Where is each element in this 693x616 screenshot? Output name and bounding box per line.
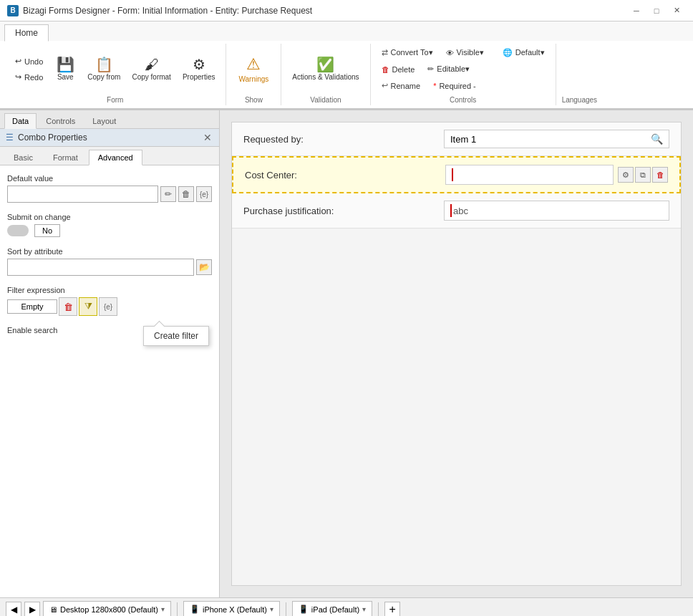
required-button[interactable]: * Required -	[428, 78, 481, 93]
sort-by-browse-btn[interactable]: 📂	[196, 259, 212, 275]
redo-icon: ↪	[15, 72, 21, 82]
ribbon-group-controls: ⇄ Convert To▾ 👁 Visible▾ 🌐 Default▾ 🗑	[371, 44, 556, 105]
cost-center-delete-btn[interactable]: 🗑	[652, 167, 668, 183]
controls-group-label: Controls	[450, 93, 476, 104]
sort-by-attribute-label: Sort by attribute	[7, 247, 212, 256]
filter-empty-button[interactable]: Empty	[7, 299, 57, 314]
rename-button[interactable]: ↩ Rename	[377, 78, 426, 93]
default-value-input[interactable]	[7, 186, 158, 203]
properties-button[interactable]: ⚙ Properties	[178, 54, 220, 84]
warnings-button[interactable]: ⚠ Warnings	[232, 52, 275, 86]
close-button[interactable]: ✕	[667, 3, 686, 19]
redo-button[interactable]: ↪ Redo	[10, 69, 48, 85]
cost-center-row[interactable]: Cost Center: ⚙ ⧉ 🗑	[232, 156, 681, 193]
sort-by-row: 📂	[7, 259, 212, 276]
requested-by-input[interactable]: 🔍	[444, 130, 669, 148]
desktop-chevron-icon: ▾	[161, 605, 165, 613]
panel-tab-data[interactable]: Data	[4, 113, 37, 129]
cursor-indicator	[452, 168, 453, 181]
props-tab-basic[interactable]: Basic	[4, 150, 42, 165]
cost-center-settings-btn[interactable]: ⚙	[618, 167, 634, 183]
sort-by-attribute-group: Sort by attribute 📂	[7, 247, 212, 276]
default-icon: 🌐	[503, 48, 513, 57]
ribbon-tabs: Home	[0, 24, 693, 41]
panel-tab-controls[interactable]: Controls	[38, 113, 83, 128]
submit-change-toggle[interactable]	[7, 225, 29, 236]
props-tabs: Basic Format Advanced	[0, 147, 219, 165]
save-button[interactable]: 💾 Save	[49, 54, 81, 84]
visible-button[interactable]: 👁 Visible▾	[441, 45, 489, 60]
ribbon-group-languages: Languages	[556, 44, 604, 105]
filter-delete-btn[interactable]: 🗑	[59, 297, 77, 316]
form-group-label: Form	[107, 93, 123, 104]
save-icon: 💾	[57, 57, 74, 72]
default-value-delete-btn[interactable]: 🗑	[178, 186, 194, 202]
editable-button[interactable]: ✏ Editable▾	[422, 62, 475, 77]
submit-change-row: No	[7, 224, 212, 237]
default-button[interactable]: 🌐 Default▾	[498, 45, 550, 60]
desktop-label: Desktop 1280x800 (Default)	[60, 605, 158, 614]
filter-expression-label: Filter expression	[7, 286, 212, 294]
desktop-device-selector[interactable]: 🖥 Desktop 1280x800 (Default) ▾	[43, 601, 171, 617]
panel-tabs-bar: Data Controls Layout	[0, 110, 219, 129]
cost-center-copy-btn[interactable]: ⧉	[635, 167, 651, 183]
search-icon[interactable]: 🔍	[645, 130, 669, 148]
convert-to-button[interactable]: ⇄ Convert To▾	[377, 45, 438, 60]
form-buttons: ↩ Undo ↪ Redo 💾 Save 📋 Copy from	[10, 45, 220, 93]
cost-center-label: Cost Center:	[245, 170, 445, 181]
languages-group-label: Languages	[562, 93, 598, 104]
no-button[interactable]: No	[34, 224, 60, 237]
show-group-label: Show	[245, 93, 263, 104]
status-separator-2	[286, 602, 286, 617]
delete-button[interactable]: 🗑 Delete	[377, 62, 420, 77]
undo-button[interactable]: ↩ Undo	[10, 54, 48, 69]
main-layout: Data Controls Layout ☰ Combo Properties …	[0, 110, 693, 597]
validation-buttons: ✅ Actions & Validations	[287, 45, 364, 93]
scroll-right-btn[interactable]: ▶	[24, 602, 40, 617]
default-value-group: Default value ✏ 🗑 {e}	[7, 174, 212, 203]
title-bar: B Bizagi Forms Designer - Form: Initial …	[0, 0, 693, 21]
maximize-button[interactable]: □	[647, 3, 666, 19]
combo-props-icon: ☰	[6, 133, 14, 143]
iphone-device-selector[interactable]: 📱 iPhone X (Default) ▾	[183, 601, 280, 617]
ipad-device-selector[interactable]: 📱 iPad (Default) ▾	[292, 601, 372, 617]
enable-search-label: Enable search	[7, 326, 212, 335]
undo-redo-col: ↩ Undo ↪ Redo	[10, 54, 48, 85]
window-controls: ─ □ ✕	[627, 3, 686, 19]
add-tab-button[interactable]: +	[384, 602, 400, 617]
undo-icon: ↩	[15, 57, 21, 66]
copy-from-button[interactable]: 📋 Copy from	[82, 54, 125, 84]
ribbon: Home ↩ Undo ↪ Redo 💾 Save	[0, 21, 693, 110]
submit-on-change-group: Submit on change No	[7, 213, 212, 237]
props-tab-advanced[interactable]: Advanced	[89, 150, 142, 165]
requested-by-row: Requested by: 🔍	[232, 122, 681, 156]
filter-expression-group: Filter expression Empty 🗑 ⧩ {e}	[7, 286, 212, 316]
props-tab-format[interactable]: Format	[44, 150, 87, 165]
copy-from-icon: 📋	[95, 57, 113, 72]
ipad-chevron-icon: ▾	[362, 605, 366, 613]
eye-icon: 👁	[446, 49, 454, 57]
ribbon-tab-home[interactable]: Home	[4, 24, 49, 42]
requested-by-text[interactable]	[445, 131, 645, 148]
copy-format-button[interactable]: 🖌 Copy format	[127, 54, 175, 84]
enable-search-group: Enable search	[7, 326, 212, 335]
ipad-label: iPad (Default)	[311, 605, 359, 614]
scroll-left-btn[interactable]: ◀	[6, 602, 21, 617]
cost-center-input[interactable]	[445, 165, 614, 185]
convert-icon: ⇄	[382, 48, 388, 57]
filter-expr-btn[interactable]: {e}	[99, 297, 117, 316]
purchase-justification-input[interactable]: abc	[444, 201, 669, 221]
panel-tab-layout[interactable]: Layout	[84, 113, 124, 128]
default-value-expr-btn[interactable]: {e}	[196, 186, 212, 202]
default-value-edit-btn[interactable]: ✏	[160, 186, 176, 202]
filter-funnel-btn[interactable]: ⧩	[79, 297, 97, 316]
sort-by-input[interactable]	[7, 259, 194, 276]
status-separator-3	[378, 602, 379, 617]
ribbon-content: ↩ Undo ↪ Redo 💾 Save 📋 Copy from	[0, 41, 693, 110]
iphone-label: iPhone X (Default)	[203, 605, 267, 614]
asterisk-icon: *	[433, 82, 436, 90]
actions-validations-button[interactable]: ✅ Actions & Validations	[287, 54, 364, 84]
combo-props-close[interactable]: ✕	[202, 132, 213, 143]
status-bar: ◀ ▶ 🖥 Desktop 1280x800 (Default) ▾ 📱 iPh…	[0, 597, 693, 616]
minimize-button[interactable]: ─	[627, 3, 646, 19]
